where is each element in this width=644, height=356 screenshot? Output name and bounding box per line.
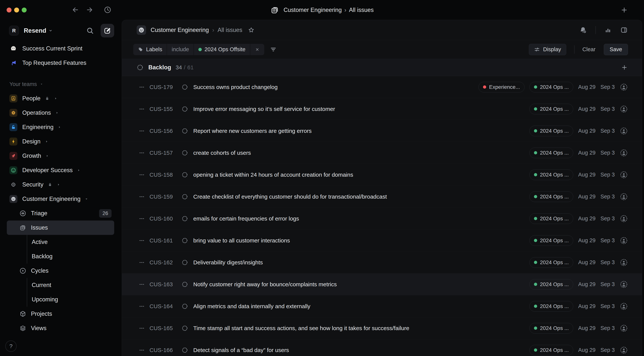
label-pill[interactable]: 2024 Ops ... (530, 126, 574, 136)
label-pill[interactable]: 2024 Ops ... (530, 257, 574, 268)
status-backlog-icon[interactable] (182, 237, 188, 244)
clear-button[interactable]: Clear (582, 46, 596, 53)
status-backlog-icon[interactable] (182, 215, 188, 222)
sidebar-team-developer-success[interactable]: Developer Success (7, 163, 114, 177)
label-pill[interactable]: 2024 Ops ... (530, 323, 574, 333)
label-pill[interactable]: 2024 Ops ... (530, 213, 574, 224)
priority-none-icon[interactable] (138, 106, 145, 112)
workspace-name[interactable]: Resend (24, 27, 46, 34)
label-pill[interactable]: 2024 Ops ... (530, 345, 574, 355)
issue-title[interactable]: Align metrics and data internally and ex… (193, 303, 526, 309)
issue-row[interactable]: CUS-166Detect signals of a “bad day” for… (122, 339, 642, 356)
assignee-avatar-icon[interactable] (620, 193, 628, 201)
priority-none-icon[interactable] (138, 303, 145, 309)
assignee-avatar-icon[interactable] (620, 302, 628, 310)
issue-row[interactable]: CUS-158opening a ticket within 24 hours … (122, 164, 642, 186)
priority-none-icon[interactable] (138, 259, 145, 266)
priority-none-icon[interactable] (138, 347, 145, 353)
assignee-avatar-icon[interactable] (620, 236, 628, 245)
label-pill[interactable]: 2024 Ops ... (530, 279, 574, 290)
save-button[interactable]: Save (604, 44, 628, 55)
priority-none-icon[interactable] (138, 194, 145, 200)
insights-chart-icon[interactable] (604, 26, 612, 34)
filter-operator-segment[interactable]: include (167, 44, 194, 55)
new-tab-plus-icon[interactable] (620, 6, 628, 14)
chevron-down-icon[interactable] (48, 28, 54, 34)
issue-row[interactable]: CUS-161bring value to all customer inter… (122, 230, 642, 252)
assignee-avatar-icon[interactable] (620, 346, 628, 354)
search-icon[interactable] (86, 27, 94, 35)
sidebar-item-views[interactable]: Views (7, 321, 114, 335)
status-backlog-icon[interactable] (182, 171, 188, 178)
assignee-avatar-icon[interactable] (620, 127, 628, 135)
issue-title[interactable]: Report where new customers are getting e… (193, 128, 526, 134)
sidebar-team-growth[interactable]: Growth (7, 149, 114, 163)
sidebar-item-backlog[interactable]: Backlog (27, 249, 114, 264)
issue-title[interactable]: Detect signals of a “bad day” for users (193, 347, 526, 353)
issue-title[interactable]: Improve error messaging so it’s self ser… (193, 106, 526, 112)
issue-row[interactable]: CUS-163Notify customer right away for bo… (122, 273, 642, 295)
priority-none-icon[interactable] (138, 237, 145, 244)
breadcrumb-page[interactable]: All issues (218, 27, 242, 34)
sidebar-team-security[interactable]: Security (7, 177, 114, 192)
sidebar-item-top-requested-features[interactable]: Top Requested Features (7, 56, 114, 70)
sidebar-item-upcoming[interactable]: Upcoming (27, 292, 114, 307)
issue-row[interactable]: CUS-155Improve error messaging so it’s s… (122, 98, 642, 120)
status-backlog-icon[interactable] (182, 194, 188, 200)
help-button[interactable]: ? (5, 340, 16, 352)
priority-none-icon[interactable] (138, 150, 145, 156)
status-backlog-icon[interactable] (182, 84, 188, 90)
label-pill[interactable]: 2024 Ops ... (530, 104, 574, 114)
issue-title[interactable]: Create checklist of everything customer … (193, 194, 526, 200)
sidebar-team-operations[interactable]: Operations (7, 106, 114, 120)
side-panel-toggle-icon[interactable] (620, 26, 628, 34)
sidebar-team-people[interactable]: People (7, 91, 114, 106)
assignee-avatar-icon[interactable] (620, 105, 628, 113)
issue-row[interactable]: CUS-162Deliverability digest/insights202… (122, 252, 642, 273)
sidebar-item-active[interactable]: Active (27, 235, 114, 249)
assignee-avatar-icon[interactable] (620, 149, 628, 157)
sidebar-item-projects[interactable]: Projects (7, 307, 114, 321)
issue-row[interactable]: CUS-179Success owns product changelogExp… (122, 76, 642, 98)
status-backlog-icon[interactable] (182, 106, 188, 112)
sidebar-team-engineering[interactable]: Engineering (7, 120, 114, 134)
add-issue-plus-icon[interactable] (621, 64, 628, 71)
display-button[interactable]: Display (529, 44, 566, 55)
priority-none-icon[interactable] (138, 281, 145, 288)
label-pill[interactable]: Experience... (478, 82, 524, 92)
workspace-logo[interactable]: R (9, 26, 19, 36)
breadcrumb-team[interactable]: Customer Engineering (150, 27, 209, 34)
backlog-group-header[interactable]: Backlog 34 / 61 (122, 59, 642, 76)
label-pill[interactable]: 2024 Ops ... (530, 169, 574, 180)
status-backlog-icon[interactable] (182, 303, 188, 309)
sidebar-item-triage[interactable]: Triage26 (7, 206, 114, 221)
status-backlog-icon[interactable] (182, 150, 188, 156)
label-pill[interactable]: 2024 Ops ... (530, 82, 574, 92)
status-backlog-icon[interactable] (182, 281, 188, 288)
issue-row[interactable]: CUS-164Align metrics and data internally… (122, 295, 642, 317)
issue-row[interactable]: CUS-160emails for certain frequencies of… (122, 208, 642, 230)
assignee-avatar-icon[interactable] (620, 324, 628, 332)
issue-row[interactable]: CUS-165Time stamp all start and success … (122, 317, 642, 339)
filter-remove-segment[interactable] (250, 44, 264, 55)
sidebar-team-design[interactable]: Design (7, 134, 114, 149)
label-pill[interactable]: 2024 Ops ... (530, 301, 574, 312)
issue-row[interactable]: CUS-156Report where new customers are ge… (122, 120, 642, 142)
status-backlog-icon[interactable] (182, 128, 188, 134)
sidebar-team-customer-engineering[interactable]: Customer Engineering (7, 192, 114, 206)
add-filter-icon[interactable] (270, 46, 277, 53)
priority-none-icon[interactable] (138, 215, 145, 222)
notifications-bell-icon[interactable] (579, 26, 587, 34)
assignee-avatar-icon[interactable] (620, 258, 628, 267)
label-pill[interactable]: 2024 Ops ... (530, 192, 574, 202)
assignee-avatar-icon[interactable] (620, 280, 628, 289)
issue-row[interactable]: CUS-159Create checklist of everything cu… (122, 186, 642, 208)
issue-title[interactable]: Notify customer right away for bounce/co… (193, 281, 526, 288)
sidebar-item-current[interactable]: Current (27, 278, 114, 292)
issue-title[interactable]: Success owns product changelog (193, 84, 475, 90)
favorite-star-icon[interactable] (248, 27, 255, 34)
sidebar-item-issues[interactable]: Issues (7, 221, 114, 235)
priority-none-icon[interactable] (138, 325, 145, 331)
issue-title[interactable]: opening a ticket within 24 hours of acco… (193, 171, 526, 178)
assignee-avatar-icon[interactable] (620, 171, 628, 179)
